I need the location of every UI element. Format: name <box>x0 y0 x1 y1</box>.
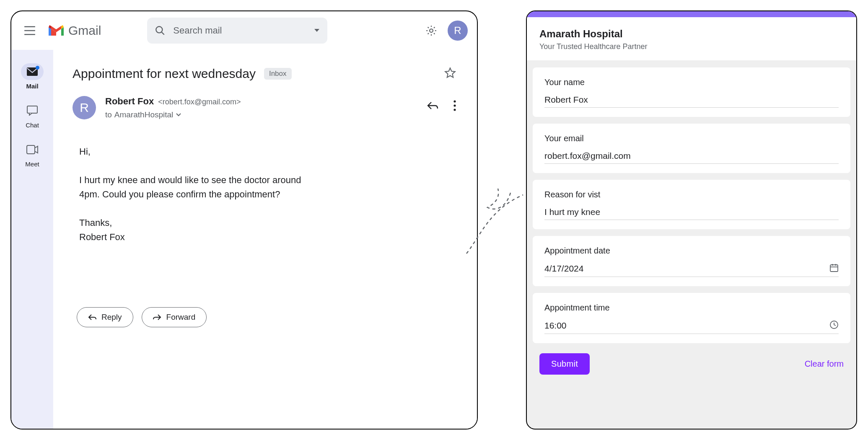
header-actions: R <box>425 21 468 41</box>
svg-rect-15 <box>830 265 838 272</box>
gmail-logo-text: Gmail <box>68 23 101 38</box>
gear-icon[interactable] <box>425 24 438 37</box>
chevron-down-icon[interactable] <box>314 28 320 33</box>
field-label: Reason for vist <box>544 190 839 199</box>
sidebar-item-chat[interactable]: Chat <box>21 102 44 129</box>
forward-icon <box>153 314 161 321</box>
reason-input[interactable] <box>544 207 839 217</box>
svg-rect-10 <box>27 106 37 113</box>
form-footer: Submit Clear form <box>527 343 856 385</box>
notification-dot <box>36 66 39 70</box>
email-subject: Appointment for next wednesday <box>73 67 256 81</box>
sender-initial: R <box>80 101 89 115</box>
form-field-reason: Reason for vist <box>533 180 850 229</box>
svg-point-6 <box>156 26 163 33</box>
svg-point-14 <box>453 109 456 111</box>
email-main-text: I hurt my knee and would like to see the… <box>79 173 322 202</box>
inbox-chip[interactable]: Inbox <box>264 68 292 80</box>
svg-point-8 <box>430 29 433 32</box>
field-label: Your name <box>544 78 839 87</box>
name-input[interactable] <box>544 95 839 105</box>
form-field-name: Your name <box>533 67 850 117</box>
calendar-icon[interactable] <box>829 263 839 274</box>
sidebar-item-mail[interactable]: Mail <box>21 63 44 90</box>
clock-icon[interactable] <box>829 320 839 331</box>
menu-button[interactable] <box>21 21 39 40</box>
gmail-sidebar: Mail Chat Meet <box>11 50 53 429</box>
svg-point-13 <box>453 104 456 106</box>
reply-arrow-icon[interactable] <box>427 101 438 111</box>
date-input[interactable] <box>544 264 824 274</box>
gmail-header: Gmail Search mail R <box>11 11 477 50</box>
search-icon <box>155 25 166 36</box>
sender-name: Robert Fox <box>105 96 154 107</box>
chevron-down-icon <box>176 113 181 117</box>
svg-line-7 <box>162 32 164 35</box>
more-icon[interactable] <box>453 100 456 111</box>
email-closing: Thanks, Robert Fox <box>79 216 456 244</box>
recipient-name: AmarathHospital <box>114 110 173 119</box>
gmail-window: Gmail Search mail R Mail <box>10 10 478 430</box>
form-accent-bar <box>527 11 856 17</box>
meet-icon <box>26 145 38 154</box>
sidebar-label: Chat <box>26 122 39 129</box>
form-field-time: Appointment time <box>533 293 850 343</box>
form-subtitle: Your Trusted Healthcare Partner <box>539 42 844 51</box>
reply-button[interactable]: Reply <box>77 307 133 327</box>
recipient-prefix: to <box>105 110 112 119</box>
gmail-logo[interactable]: Gmail <box>47 23 101 38</box>
sidebar-item-meet[interactable]: Meet <box>21 141 44 168</box>
submit-button[interactable]: Submit <box>539 353 590 375</box>
email-pane: Appointment for next wednesday Inbox R R… <box>53 50 477 429</box>
search-bar[interactable]: Search mail <box>147 18 327 44</box>
time-input[interactable] <box>544 321 824 331</box>
svg-point-12 <box>453 100 456 102</box>
sidebar-label: Mail <box>26 83 38 90</box>
field-label: Appointment time <box>544 303 839 313</box>
star-button[interactable] <box>444 67 456 80</box>
recipient-row[interactable]: to AmarathHospital <box>105 110 417 119</box>
search-placeholder: Search mail <box>173 25 306 36</box>
email-action-buttons: Reply Forward <box>77 307 456 327</box>
chat-icon <box>27 106 38 116</box>
forward-button[interactable]: Forward <box>142 307 207 327</box>
form-title: Amarath Hospital <box>539 28 844 40</box>
svg-rect-11 <box>27 145 35 154</box>
email-header-row: Appointment for next wednesday Inbox <box>73 67 456 81</box>
message-actions <box>427 100 456 111</box>
field-label: Your email <box>544 134 839 143</box>
star-icon <box>444 67 456 79</box>
sender-avatar[interactable]: R <box>73 96 96 119</box>
clear-form-link[interactable]: Clear form <box>805 359 844 369</box>
gmail-logo-icon <box>47 24 65 37</box>
hamburger-icon <box>24 26 36 35</box>
form-field-email: Your email <box>533 124 850 173</box>
account-avatar[interactable]: R <box>448 21 468 41</box>
email-greeting: Hi, <box>79 145 456 159</box>
sender-email: <robert.fox@gmail.com> <box>158 98 241 106</box>
form-field-date: Appointment date <box>533 236 850 286</box>
email-input[interactable] <box>544 151 839 161</box>
form-header: Amarath Hospital Your Trusted Healthcare… <box>527 17 856 61</box>
avatar-letter: R <box>454 25 461 36</box>
sidebar-label: Meet <box>25 160 39 168</box>
sender-row: R Robert Fox <robert.fox@gmail.com> to A… <box>73 96 456 119</box>
reply-icon <box>88 314 96 321</box>
gmail-body: Mail Chat Meet Appointment for next wedn… <box>11 50 477 429</box>
form-window: Amarath Hospital Your Trusted Healthcare… <box>526 10 857 430</box>
field-label: Appointment date <box>544 246 839 256</box>
email-body: Hi, I hurt my knee and would like to see… <box>79 145 456 244</box>
